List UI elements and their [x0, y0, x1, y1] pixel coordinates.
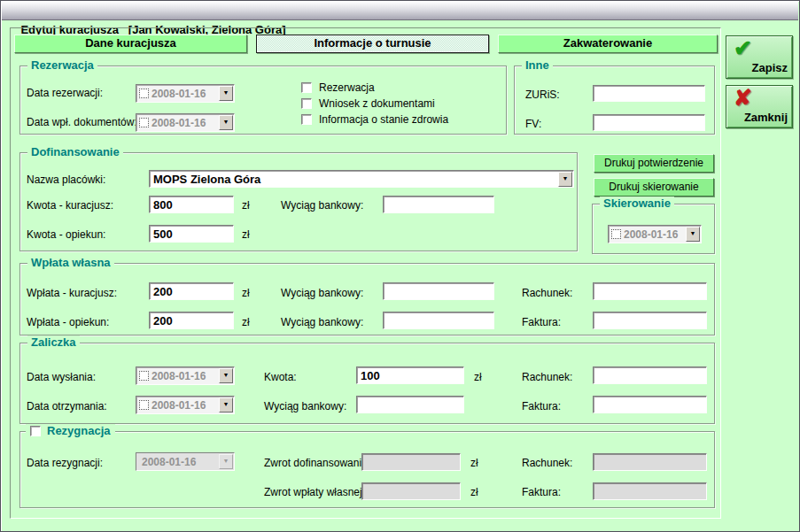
tab-informacje-o-turnusie[interactable]: Informacje o turnusie	[256, 35, 489, 53]
drukuj-potwierdzenie-button[interactable]: Drukuj potwierdzenie	[594, 154, 714, 173]
zwrot-wplaty-wlasnej-input	[361, 482, 461, 500]
kwota-input[interactable]	[356, 366, 464, 384]
date-checkbox[interactable]	[139, 118, 149, 127]
fv-input[interactable]	[593, 114, 705, 131]
wyciag-bankowy-input[interactable]	[383, 196, 494, 213]
check-icon: ✔	[734, 35, 752, 61]
kwota-opiekun-input[interactable]	[149, 225, 234, 243]
wyciag-bankowy-label: Wyciąg bankowy:	[281, 199, 363, 212]
tab-label: Dane kuracjusza	[85, 36, 176, 50]
date-value: 2008-01-16	[149, 117, 219, 129]
rachunek-label: Rachunek:	[522, 371, 572, 383]
chevron-down-icon[interactable]: ▼	[219, 368, 233, 383]
currency-label: zł	[242, 316, 250, 328]
faktura-label: Faktura:	[522, 400, 561, 412]
currency-label: zł	[470, 457, 478, 469]
wplata-kuracjusz-label: Wpłata - kuracjusz:	[27, 287, 117, 299]
kwota-label: Kwota:	[264, 371, 297, 383]
rezerwacja-checkbox[interactable]	[301, 82, 312, 93]
chevron-down-icon[interactable]: ▼	[686, 227, 700, 242]
currency-label: zł	[242, 287, 250, 299]
group-title-row: Rezygnacja	[26, 424, 115, 437]
tab-zakwaterowanie[interactable]: Zakwaterowanie	[498, 35, 718, 53]
informacja-zdrowie-checkbox[interactable]	[301, 114, 312, 125]
zwrot-dofinansowania-input	[361, 453, 461, 471]
button-label: Zamknij	[744, 111, 788, 124]
date-value: 2008-01-16	[149, 370, 219, 382]
currency-label: zł	[474, 371, 482, 383]
date-checkbox[interactable]	[139, 400, 149, 410]
data-rezerwacji-label: Data rezerwacji:	[27, 87, 103, 99]
wplata-kuracjusz-input[interactable]	[149, 282, 234, 300]
faktura-input[interactable]	[593, 312, 707, 329]
wyciag-bankowy-label: Wyciąg bankowy:	[281, 287, 363, 299]
zamknij-button[interactable]: ✘ Zamknij	[726, 85, 793, 128]
group-zaliczka: Zaliczka Data wysłania: 2008-01-16 ▼ Kwo…	[19, 343, 715, 424]
group-title: Rezerwacja	[27, 58, 97, 72]
faktura-input	[593, 482, 707, 500]
wyciag-bankowy-input[interactable]	[356, 396, 464, 413]
currency-label: zł	[242, 199, 250, 212]
group-wplata-wlasna: Wpłata własna Wpłata - kuracjusz: zł Wyc…	[19, 263, 715, 335]
button-label: Drukuj potwierdzenie	[604, 157, 703, 169]
wyciag-bankowy-label: Wyciąg bankowy:	[264, 400, 346, 412]
date-value: 2008-01-16	[139, 456, 219, 468]
rachunek-label: Rachunek:	[522, 287, 572, 299]
data-otrzymania-picker[interactable]: 2008-01-16 ▼	[136, 396, 235, 414]
data-wpl-dokumentow-picker[interactable]: 2008-01-16 ▼	[136, 113, 235, 132]
rachunek-input[interactable]	[593, 282, 707, 300]
rachunek-label: Rachunek:	[522, 457, 572, 469]
date-value: 2008-01-16	[149, 88, 219, 100]
faktura-input[interactable]	[593, 396, 707, 413]
wplata-opiekun-input[interactable]	[149, 312, 234, 329]
group-title: Inne	[522, 58, 553, 72]
combobox-value: MOPS Zielona Góra	[150, 173, 558, 186]
nazwa-placowki-combobox[interactable]: MOPS Zielona Góra ▼	[149, 170, 574, 188]
rachunek-input[interactable]	[593, 366, 707, 384]
zwrot-dofinansowania-label: Zwrot dofinansowania:	[264, 457, 370, 469]
rezygnacja-checkbox[interactable]	[30, 426, 41, 436]
zuris-label: ZURiS:	[525, 89, 560, 101]
wyciag-bankowy-input[interactable]	[383, 312, 494, 329]
fv-label: FV:	[525, 118, 541, 130]
nazwa-placowki-label: Nazwa placówki:	[27, 173, 105, 186]
zuris-input[interactable]	[593, 85, 705, 102]
data-rezygnacji-picker: 2008-01-16 ▼	[136, 452, 235, 471]
date-checkbox[interactable]	[139, 371, 149, 381]
wniosek-checkbox-label: Wniosek z dokumentami	[319, 97, 435, 110]
group-skierowanie: Skierowanie 2008-01-16 ▼	[592, 204, 715, 254]
skierowanie-date-picker[interactable]: 2008-01-16 ▼	[608, 225, 702, 243]
currency-label: zł	[242, 228, 250, 241]
kwota-kuracjusz-label: Kwota - kuracjusz:	[27, 199, 113, 212]
date-checkbox[interactable]	[139, 89, 149, 98]
chevron-down-icon[interactable]: ▼	[558, 172, 572, 187]
kwota-opiekun-label: Kwota - opiekun:	[27, 228, 105, 241]
chevron-down-icon[interactable]: ▼	[219, 115, 233, 130]
currency-label: zł	[470, 486, 478, 498]
group-title: Skierowanie	[600, 197, 674, 210]
chevron-down-icon[interactable]: ▼	[219, 86, 233, 101]
data-wyslania-picker[interactable]: 2008-01-16 ▼	[136, 366, 235, 385]
kwota-kuracjusz-input[interactable]	[149, 196, 234, 213]
data-rezerwacji-picker[interactable]: 2008-01-16 ▼	[136, 84, 235, 103]
data-otrzymania-label: Data otrzymania:	[27, 400, 107, 412]
wyciag-bankowy-input[interactable]	[383, 282, 494, 300]
zapisz-button[interactable]: ✔ Zapisz	[726, 35, 793, 79]
tab-dane-kuracjusza[interactable]: Dane kuracjusza	[14, 35, 247, 53]
informacja-zdrowie-checkbox-label: Informacja o stanie zdrowia	[319, 113, 448, 126]
window-titlebar[interactable]: Edytuj kuracjusza [Jan Kowalski, Zielona…	[2, 2, 798, 20]
wniosek-checkbox[interactable]	[301, 98, 312, 109]
date-checkbox[interactable]	[611, 229, 621, 239]
group-rezygnacja: Rezygnacja Data rezygnacji: 2008-01-16 ▼…	[19, 431, 715, 508]
group-title: Zaliczka	[27, 335, 80, 349]
date-value: 2008-01-16	[621, 228, 686, 241]
drukuj-skierowanie-button[interactable]: Drukuj skierowanie	[594, 178, 714, 197]
button-label: Zapisz	[752, 61, 788, 74]
group-title: Rezygnacja	[47, 424, 111, 437]
rachunek-input	[593, 453, 707, 471]
group-inne: Inne ZURiS: FV:	[514, 66, 715, 135]
group-rezerwacja: Rezerwacja Data rezerwacji: 2008-01-16 ▼…	[19, 66, 507, 135]
chevron-down-icon[interactable]: ▼	[219, 397, 233, 412]
tab-label: Zakwaterowanie	[563, 36, 652, 50]
edit-patient-window: Edytuj kuracjusza [Jan Kowalski, Zielona…	[0, 0, 800, 532]
